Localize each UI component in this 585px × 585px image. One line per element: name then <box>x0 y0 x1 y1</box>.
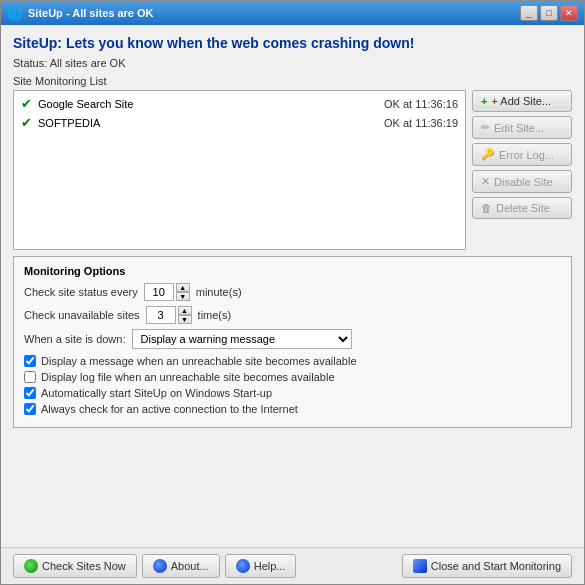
close-and-start-label: Close and Start Monitoring <box>431 560 561 572</box>
delete-icon: 🗑 <box>481 202 492 214</box>
about-button[interactable]: About... <box>142 554 220 578</box>
site-name-2: SOFTPEDIA <box>38 117 378 129</box>
check-every-unit: minute(s) <box>196 286 242 298</box>
edit-icon: ✏ <box>481 121 490 134</box>
when-down-label: When a site is down: <box>24 333 126 345</box>
check-sites-now-button[interactable]: Check Sites Now <box>13 554 137 578</box>
checkbox-2[interactable] <box>24 371 36 383</box>
disable-site-label: Disable Site <box>494 176 553 188</box>
site-status-1: OK at 11:36:16 <box>384 98 458 110</box>
checkbox-row-2: Display log file when an unreachable sit… <box>24 371 561 383</box>
check-unavailable-spinner-buttons: ▲ ▼ <box>178 306 192 324</box>
add-site-label: + Add Site... <box>491 95 551 107</box>
check-unavailable-input[interactable]: 3 <box>146 306 176 324</box>
check-unavailable-unit: time(s) <box>198 309 232 321</box>
check-sites-label: Check Sites Now <box>42 560 126 572</box>
edit-site-button[interactable]: ✏ Edit Site... <box>472 116 572 139</box>
minimize-button[interactable]: _ <box>520 5 538 21</box>
delete-site-button[interactable]: 🗑 Delete Site <box>472 197 572 219</box>
site-monitoring-section: Site Monitoring List ✔ Google Search Sit… <box>13 75 572 250</box>
checkboxes-section: Display a message when an unreachable si… <box>24 355 561 415</box>
titlebar-left: 🌐 SiteUp - All sites are OK <box>7 6 154 21</box>
status-value: All sites are OK <box>50 57 126 69</box>
help-label: Help... <box>254 560 286 572</box>
check-unavailable-row: Check unavailable sites 3 ▲ ▼ time(s) <box>24 306 561 324</box>
add-site-button[interactable]: + + Add Site... <box>472 90 572 112</box>
titlebar: 🌐 SiteUp - All sites are OK _ □ ✕ <box>1 1 584 25</box>
edit-site-label: Edit Site... <box>494 122 544 134</box>
main-title: SiteUp: Lets you know when the web comes… <box>13 35 572 51</box>
main-content: SiteUp: Lets you know when the web comes… <box>1 25 584 547</box>
site-list-label: Site Monitoring List <box>13 75 572 87</box>
monitoring-options: Monitoring Options Check site status eve… <box>13 256 572 428</box>
monitoring-list-section: ✔ Google Search Site OK at 11:36:16 ✔ SO… <box>13 90 572 250</box>
checkbox-label-4: Always check for an active connection to… <box>41 403 298 415</box>
check-every-spinner: 10 ▲ ▼ <box>144 283 190 301</box>
titlebar-buttons: _ □ ✕ <box>520 5 578 21</box>
about-label: About... <box>171 560 209 572</box>
app-icon: 🌐 <box>7 6 23 21</box>
list-item[interactable]: ✔ Google Search Site OK at 11:36:16 <box>17 94 462 113</box>
check-every-row: Check site status every 10 ▲ ▼ minute(s) <box>24 283 561 301</box>
help-button[interactable]: Help... <box>225 554 297 578</box>
options-title: Monitoring Options <box>24 265 561 277</box>
checkbox-row-3: Automatically start SiteUp on Windows St… <box>24 387 561 399</box>
add-icon: + <box>481 95 487 107</box>
site-name-1: Google Search Site <box>38 98 378 110</box>
footer-left: Check Sites Now About... Help... <box>13 554 296 578</box>
list-item[interactable]: ✔ SOFTPEDIA OK at 11:36:19 <box>17 113 462 132</box>
status-label: Status: <box>13 57 47 69</box>
checkbox-1[interactable] <box>24 355 36 367</box>
disable-site-button[interactable]: ✕ Disable Site <box>472 170 572 193</box>
check-every-down[interactable]: ▼ <box>176 292 190 301</box>
disable-icon: ✕ <box>481 175 490 188</box>
check-unavailable-up[interactable]: ▲ <box>178 306 192 315</box>
checkbox-4[interactable] <box>24 403 36 415</box>
check-icon-1: ✔ <box>21 96 32 111</box>
checkbox-label-3: Automatically start SiteUp on Windows St… <box>41 387 272 399</box>
close-button[interactable]: ✕ <box>560 5 578 21</box>
when-down-select[interactable]: Display a warning message Send an email … <box>132 329 352 349</box>
check-every-up[interactable]: ▲ <box>176 283 190 292</box>
error-log-button[interactable]: 🔑 Error Log... <box>472 143 572 166</box>
monitor-icon <box>413 559 427 573</box>
check-every-label: Check site status every <box>24 286 138 298</box>
error-log-label: Error Log... <box>499 149 554 161</box>
status-line: Status: All sites are OK <box>13 57 572 69</box>
footer: Check Sites Now About... Help... Close a… <box>1 547 584 584</box>
about-icon <box>153 559 167 573</box>
check-unavailable-down[interactable]: ▼ <box>178 315 192 324</box>
checkbox-row-4: Always check for an active connection to… <box>24 403 561 415</box>
site-list-box[interactable]: ✔ Google Search Site OK at 11:36:16 ✔ SO… <box>13 90 466 250</box>
checkbox-row-1: Display a message when an unreachable si… <box>24 355 561 367</box>
titlebar-title: SiteUp - All sites are OK <box>28 7 154 19</box>
when-down-row: When a site is down: Display a warning m… <box>24 329 561 349</box>
checkbox-label-1: Display a message when an unreachable si… <box>41 355 357 367</box>
close-and-start-button[interactable]: Close and Start Monitoring <box>402 554 572 578</box>
delete-site-label: Delete Site <box>496 202 550 214</box>
check-icon-2: ✔ <box>21 115 32 130</box>
check-every-input[interactable]: 10 <box>144 283 174 301</box>
site-status-2: OK at 11:36:19 <box>384 117 458 129</box>
main-window: 🌐 SiteUp - All sites are OK _ □ ✕ SiteUp… <box>0 0 585 585</box>
maximize-button[interactable]: □ <box>540 5 558 21</box>
help-icon <box>236 559 250 573</box>
error-log-icon: 🔑 <box>481 148 495 161</box>
check-sites-icon <box>24 559 38 573</box>
check-unavailable-label: Check unavailable sites <box>24 309 140 321</box>
side-buttons: + + Add Site... ✏ Edit Site... 🔑 Error L… <box>472 90 572 250</box>
checkbox-label-2: Display log file when an unreachable sit… <box>41 371 335 383</box>
check-every-spinner-buttons: ▲ ▼ <box>176 283 190 301</box>
check-unavailable-spinner: 3 ▲ ▼ <box>146 306 192 324</box>
checkbox-3[interactable] <box>24 387 36 399</box>
